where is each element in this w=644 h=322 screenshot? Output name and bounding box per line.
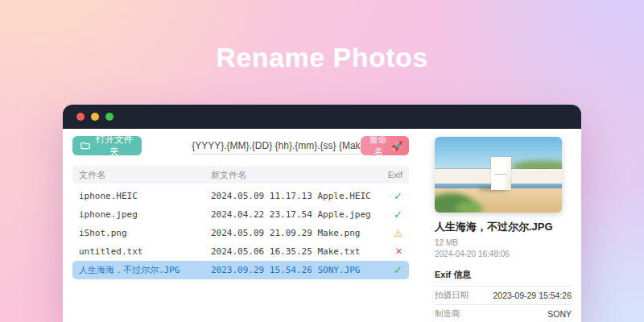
table-header: 文件名 新文件名 Exif [72,166,409,184]
exif-value: 2023-09-29 15:54:26 [493,291,572,300]
status-icon: ✓ [378,208,402,221]
rename-button[interactable]: 重命名 🚀 [361,136,409,155]
cell-new-filename: 2024.05.09 21.09.29 Make.png [211,228,378,238]
pattern-input[interactable] [192,137,361,155]
cell-new-filename: 2024.04.22 23.17.54 Apple.jpeg [211,209,378,220]
rename-label: 重命名 [367,134,389,158]
file-table: iphone.HEIC 2024.05.09 11.17.13 Apple.HE… [72,187,409,279]
column-new-filename: 新文件名 [211,169,378,181]
exif-row: 拍摄日期 2023-09-29 15:54:26 [435,286,572,304]
cell-filename: 人生海海，不过尔尔.JPG [79,264,211,276]
page-title: Rename Photos [0,42,644,73]
detail-filename: 人生海海，不过尔尔.JPG [435,220,572,234]
status-icon: ✓ [378,190,402,202]
close-button[interactable] [76,113,85,121]
cell-filename: iphone.jpeg [79,209,211,220]
table-row[interactable]: iphone.HEIC 2024.05.09 11.17.13 Apple.HE… [72,187,409,205]
column-exif: Exif [378,170,402,180]
titlebar [63,105,581,129]
status-icon: ✓ [378,264,402,276]
app-window: 打开文件夹 重命名 🚀 文件名 新文件名 Exif iphone.HEIC 20… [63,105,581,322]
window-content: 打开文件夹 重命名 🚀 文件名 新文件名 Exif iphone.HEIC 20… [63,129,581,322]
status-icon: ⚠ [378,228,402,239]
table-row[interactable]: 人生海海，不过尔尔.JPG 2023.09.29 15.54.26 SONY.J… [72,261,409,279]
cell-new-filename: 2024.05.06 16.35.25 Make.txt [211,246,378,257]
cell-new-filename: 2024.05.09 11.17.13 Apple.HEIC [211,191,378,201]
detail-filesize: 12 MB [435,238,572,247]
exif-label: 拍摄日期 [435,290,469,301]
cell-filename: iphone.HEIC [79,191,211,201]
column-filename: 文件名 [79,169,211,181]
detail-panel: 人生海海，不过尔尔.JPG 12 MB 2024-04-20 16:48:06 … [419,129,581,322]
exif-value: SONY [547,309,572,319]
cell-filename: untitled.txt [79,246,211,257]
toolbar: 打开文件夹 重命名 🚀 [72,135,419,156]
exif-table: 拍摄日期 2023-09-29 15:54:26 制造商 SONY 相机 ILC… [435,286,572,322]
minimize-button[interactable] [91,113,99,121]
detail-datetime: 2024-04-20 16:48:06 [435,250,572,258]
open-folder-button[interactable]: 打开文件夹 [72,136,142,155]
zoom-button[interactable] [105,113,114,121]
open-folder-label: 打开文件夹 [95,134,134,158]
folder-icon [80,142,90,150]
rocket-icon: 🚀 [391,141,402,151]
cell-filename: iShot.png [79,228,211,238]
photo-plant [456,201,483,213]
photo-book [491,157,511,189]
main-panel: 打开文件夹 重命名 🚀 文件名 新文件名 Exif iphone.HEIC 20… [63,129,419,322]
table-row[interactable]: iphone.jpeg 2024.04.22 23.17.54 Apple.jp… [72,205,409,224]
exif-row: 制造商 SONY [435,304,572,322]
exif-label: 制造商 [435,308,460,320]
cell-new-filename: 2023.09.29 15.54.26 SONY.JPG [211,265,378,275]
photo-preview [435,137,562,213]
exif-section-title: Exif 信息 [435,269,572,286]
table-row[interactable]: iShot.png 2024.05.09 21.09.29 Make.png ⚠ [72,224,409,242]
table-row[interactable]: untitled.txt 2024.05.06 16.35.25 Make.tx… [72,242,409,261]
status-icon: ✕ [378,246,402,257]
